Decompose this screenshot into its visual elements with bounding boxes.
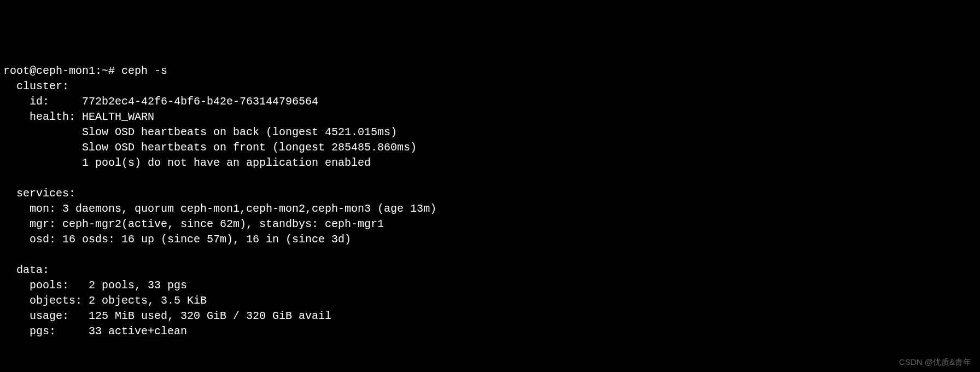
data-objects: objects: 2 objects, 3.5 KiB (3, 294, 207, 307)
terminal-output: root@ceph-mon1:~# ceph -s cluster: id: 7… (3, 63, 977, 339)
services-header: services: (3, 187, 75, 200)
health-warning-3: 1 pool(s) do not have an application ena… (3, 156, 371, 169)
data-pools: pools: 2 pools, 33 pgs (3, 279, 187, 292)
services-osd: osd: 16 osds: 16 up (since 57m), 16 in (… (3, 233, 351, 246)
command-text: ceph -s (121, 65, 167, 77)
cluster-id-label: id: (3, 95, 82, 108)
health-warning-1: Slow OSD heartbeats on back (longest 452… (3, 126, 397, 138)
health-warning-2: Slow OSD heartbeats on front (longest 28… (3, 141, 417, 154)
health-value: HEALTH_WARN (82, 111, 154, 123)
data-usage: usage: 125 MiB used, 320 GiB / 320 GiB a… (3, 310, 331, 322)
services-mon: mon: 3 daemons, quorum ceph-mon1,ceph-mo… (3, 202, 436, 215)
data-header: data: (3, 264, 49, 276)
data-pgs: pgs: 33 active+clean (3, 325, 187, 338)
health-label: health: (3, 111, 82, 123)
cluster-id-value: 772b2ec4-42f6-4bf6-b42e-763144796564 (82, 95, 318, 108)
cluster-header: cluster: (3, 80, 69, 92)
watermark-text: CSDN @优质&青年 (899, 356, 971, 368)
services-mgr: mgr: ceph-mgr2(active, since 62m), stand… (3, 218, 384, 230)
shell-prompt: root@ceph-mon1:~# (3, 65, 121, 77)
